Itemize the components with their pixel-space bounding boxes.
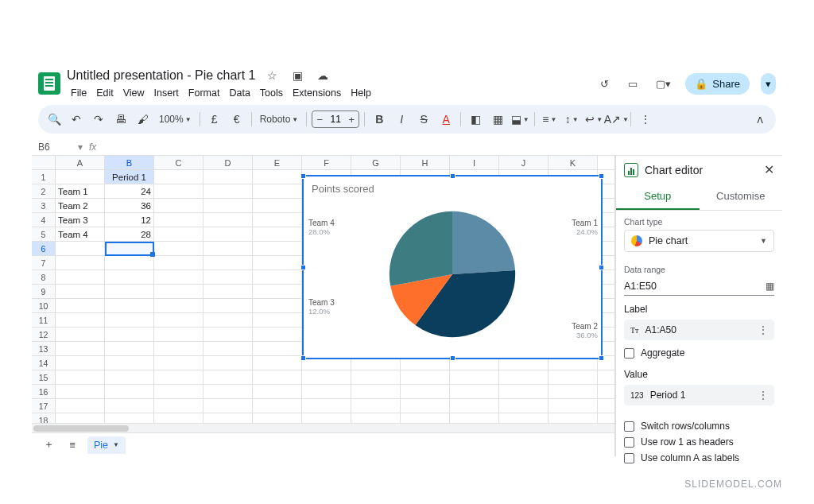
chart-object[interactable]: Points scored Team 124.0%Team 236.0%Team… bbox=[302, 175, 603, 359]
cell[interactable]: Team 3 bbox=[56, 213, 105, 227]
sheet-tab-pie[interactable]: Pie▼ bbox=[87, 436, 126, 454]
horizontal-scrollbar[interactable] bbox=[32, 423, 614, 432]
cell[interactable] bbox=[105, 356, 154, 370]
cell[interactable] bbox=[56, 342, 105, 355]
cell[interactable] bbox=[105, 370, 154, 384]
cell[interactable] bbox=[450, 399, 499, 413]
col-header-c[interactable]: C bbox=[154, 156, 204, 169]
more-icon[interactable]: ⋮ bbox=[636, 110, 655, 129]
cell[interactable] bbox=[154, 399, 204, 413]
cell[interactable] bbox=[105, 313, 154, 327]
cell[interactable] bbox=[56, 328, 105, 341]
cell[interactable] bbox=[56, 242, 105, 255]
cell[interactable] bbox=[302, 399, 351, 413]
cell[interactable] bbox=[56, 399, 105, 413]
cell[interactable] bbox=[548, 385, 598, 398]
cell[interactable] bbox=[56, 256, 105, 269]
cell[interactable] bbox=[56, 285, 105, 298]
cell[interactable] bbox=[204, 385, 253, 398]
cell[interactable] bbox=[253, 199, 302, 212]
row1-headers-checkbox[interactable]: Use row 1 as headers bbox=[624, 434, 774, 450]
switch-rows-checkbox[interactable]: Switch rows/columns bbox=[624, 418, 774, 434]
cell[interactable] bbox=[154, 342, 204, 355]
row-header-16[interactable]: 16 bbox=[32, 385, 56, 398]
chart-title[interactable]: Points scored bbox=[304, 176, 601, 195]
menu-format[interactable]: Format bbox=[184, 86, 224, 100]
row-header-11[interactable]: 11 bbox=[32, 313, 56, 327]
cell[interactable] bbox=[401, 370, 450, 384]
cell[interactable] bbox=[105, 342, 154, 355]
name-box[interactable]: B6 bbox=[38, 142, 78, 153]
cell[interactable] bbox=[253, 213, 302, 227]
align-h-button[interactable]: ≡▼ bbox=[540, 110, 559, 129]
cell[interactable] bbox=[253, 270, 302, 284]
italic-button[interactable]: I bbox=[392, 110, 411, 129]
cell[interactable] bbox=[351, 385, 401, 398]
cell[interactable]: Period 1 bbox=[105, 170, 154, 184]
col-header-k[interactable]: K bbox=[548, 156, 598, 169]
cell[interactable] bbox=[401, 385, 450, 398]
colA-labels-checkbox[interactable]: Use column A as labels bbox=[624, 450, 774, 466]
cell[interactable] bbox=[204, 270, 253, 284]
row-header-10[interactable]: 10 bbox=[32, 299, 56, 312]
cell[interactable] bbox=[302, 385, 351, 398]
cell[interactable] bbox=[253, 285, 302, 298]
cell[interactable] bbox=[105, 385, 154, 398]
col-header-b[interactable]: B bbox=[105, 156, 154, 169]
cell[interactable] bbox=[105, 399, 154, 413]
row-header-18[interactable]: 18 bbox=[32, 413, 56, 423]
row-header-17[interactable]: 17 bbox=[32, 399, 56, 413]
cell[interactable] bbox=[154, 313, 204, 327]
cell[interactable] bbox=[105, 328, 154, 341]
text-color-button[interactable]: A bbox=[436, 110, 455, 129]
sheet-area[interactable]: A B C D E F G H I J K 1Period 12Team 124… bbox=[32, 156, 615, 456]
zoom-dropdown[interactable]: 100%▼ bbox=[156, 110, 195, 129]
value-more-icon[interactable]: ⋮ bbox=[758, 390, 768, 401]
row-header-2[interactable]: 2 bbox=[32, 184, 56, 198]
font-family-dropdown[interactable]: Roboto▼ bbox=[257, 110, 302, 129]
borders-button[interactable]: ▦ bbox=[488, 110, 507, 129]
row-header-1[interactable]: 1 bbox=[32, 170, 56, 184]
cell[interactable] bbox=[253, 328, 302, 341]
menu-tools[interactable]: Tools bbox=[256, 86, 287, 100]
label-more-icon[interactable]: ⋮ bbox=[758, 324, 768, 335]
align-v-button[interactable]: ↕▼ bbox=[562, 110, 581, 129]
label-chip[interactable]: Tт A1:A50 ⋮ bbox=[624, 320, 774, 340]
cell[interactable] bbox=[56, 170, 105, 184]
paint-format-icon[interactable]: 🖌 bbox=[134, 110, 153, 129]
cell[interactable] bbox=[253, 385, 302, 398]
cell[interactable] bbox=[154, 256, 204, 269]
cell[interactable]: Team 2 bbox=[56, 199, 105, 212]
tab-setup[interactable]: Setup bbox=[616, 184, 700, 210]
select-range-icon[interactable]: ▦ bbox=[766, 281, 774, 292]
cell[interactable] bbox=[56, 413, 105, 423]
aggregate-checkbox[interactable]: Aggregate bbox=[624, 345, 774, 361]
cell[interactable] bbox=[253, 170, 302, 184]
cell[interactable] bbox=[154, 356, 204, 370]
row-header-8[interactable]: 8 bbox=[32, 270, 56, 284]
rotate-button[interactable]: A↗▼ bbox=[607, 110, 626, 129]
cell[interactable] bbox=[105, 413, 154, 423]
cell[interactable] bbox=[204, 356, 253, 370]
star-icon[interactable]: ☆ bbox=[263, 67, 281, 84]
menu-extensions[interactable]: Extensions bbox=[289, 86, 345, 100]
row-header-15[interactable]: 15 bbox=[32, 370, 56, 384]
cell[interactable] bbox=[204, 199, 253, 212]
cell[interactable] bbox=[253, 242, 302, 255]
font-size-plus[interactable]: + bbox=[344, 114, 359, 126]
sheets-logo[interactable] bbox=[38, 72, 60, 95]
cell[interactable] bbox=[154, 199, 204, 212]
share-dropdown[interactable]: ▾ bbox=[761, 73, 776, 95]
cell[interactable] bbox=[253, 184, 302, 198]
cell[interactable]: 36 bbox=[105, 199, 154, 212]
cell[interactable] bbox=[154, 227, 204, 241]
print-icon[interactable]: 🖶 bbox=[111, 110, 130, 129]
cell[interactable] bbox=[204, 184, 253, 198]
cell[interactable] bbox=[253, 342, 302, 355]
cell[interactable] bbox=[253, 227, 302, 241]
cell[interactable] bbox=[253, 299, 302, 312]
cell[interactable] bbox=[56, 270, 105, 284]
strikethrough-button[interactable]: S bbox=[414, 110, 433, 129]
cell[interactable] bbox=[253, 399, 302, 413]
cell[interactable] bbox=[56, 370, 105, 384]
